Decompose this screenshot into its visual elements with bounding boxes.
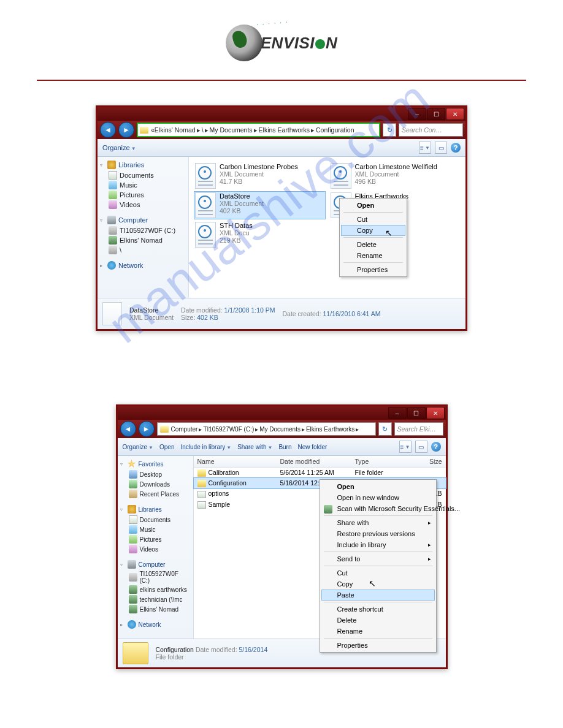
sidebar-item-netshare[interactable]: elkins earthworks (120, 585, 191, 594)
organize-button[interactable]: Organize▼ (123, 444, 154, 450)
breadcrumb[interactable]: « Elkins' Nomad▸ \▸ My Documents▸ Elkins… (137, 123, 380, 137)
burn-button[interactable]: Burn (278, 444, 291, 450)
col-type[interactable]: Type (351, 456, 408, 467)
sidebar-item-music[interactable]: Music (120, 525, 191, 534)
menu-open[interactable]: Open (341, 200, 405, 211)
device-icon (109, 236, 117, 245)
sidebar-libraries[interactable]: ▿Libraries (100, 161, 186, 169)
menu-properties[interactable]: Properties (321, 640, 435, 651)
music-icon (129, 525, 137, 534)
file-tile[interactable]: STH DatasXML Docu219 KB (194, 221, 326, 249)
menu-copy[interactable]: Copy (321, 578, 435, 590)
maximize-button[interactable]: ☐ (407, 407, 426, 419)
sidebar-item-device[interactable]: Elkins' Nomad (120, 604, 191, 614)
menu-shortcut[interactable]: Create shortcut (321, 604, 435, 615)
back-button[interactable]: ◄ (120, 421, 136, 437)
forward-button[interactable]: ► (118, 122, 134, 138)
help-button[interactable]: ? (431, 442, 441, 452)
file-list[interactable]: Name Date modified Type Size Calibration… (194, 456, 446, 639)
sidebar-favorites[interactable]: ▿Favorites (120, 460, 191, 468)
back-button[interactable]: ◄ (100, 122, 116, 138)
sidebar-item-documents[interactable]: Documents (120, 515, 191, 525)
sidebar-item-drive[interactable]: TI105927W0F (C:) (100, 226, 186, 235)
network-drive-icon (129, 585, 137, 594)
menu-rename[interactable]: Rename (321, 626, 435, 637)
menu-cut[interactable]: Cut (321, 567, 435, 578)
minimize-button[interactable]: – (388, 407, 407, 419)
sidebar-item-drive[interactable]: TI105927W0F (C:) (120, 570, 191, 585)
newfolder-button[interactable]: New folder (298, 444, 327, 450)
sidebar-network[interactable]: ▸Network (100, 261, 186, 270)
sidebar-item-videos[interactable]: Videos (100, 200, 186, 210)
sidebar-item-videos[interactable]: Videos (120, 544, 191, 554)
list-item[interactable]: Calibration 5/6/2014 11:25 AM File folde… (194, 468, 446, 478)
menu-cut[interactable]: Cut (341, 214, 405, 225)
column-headers[interactable]: Name Date modified Type Size (194, 456, 446, 468)
sidebar-libraries[interactable]: ▿Libraries (120, 505, 191, 514)
refresh-button[interactable]: ↻ (378, 422, 392, 436)
sidebar-network[interactable]: ▸Network (120, 620, 191, 629)
sidebar-item-device[interactable]: Elkins' Nomad (100, 235, 186, 245)
forward-button[interactable]: ► (139, 421, 155, 437)
sidebar-item-music[interactable]: Music (100, 180, 186, 190)
sidebar-item-recent[interactable]: Recent Places (120, 489, 191, 499)
breadcrumb[interactable]: Computer▸ TI105927W0F (C:)▸ My Documents… (157, 422, 376, 436)
file-tile-selected[interactable]: DataStoreXML Document402 KB (194, 191, 326, 219)
xml-file-icon (102, 302, 122, 325)
sidebar-item-pictures[interactable]: Pictures (120, 534, 191, 544)
titlebar[interactable]: – ☐ ✕ (118, 406, 446, 420)
refresh-button[interactable]: ↻ (383, 123, 396, 137)
col-date[interactable]: Date modified (277, 456, 351, 467)
menu-open[interactable]: Open (321, 481, 435, 492)
menu-separator (324, 552, 432, 552)
sidebar-item-root[interactable]: \ (100, 245, 186, 255)
organize-button[interactable]: Organize▼ (102, 144, 136, 151)
preview-pane-button[interactable]: ▭ (435, 142, 447, 154)
titlebar[interactable]: – ☐ ✕ (98, 107, 465, 121)
include-button[interactable]: Include in library▼ (180, 444, 231, 450)
menu-separator (324, 602, 432, 602)
logo: · · · · · · ENVISIN (37, 25, 526, 61)
sidebar-item-desktop[interactable]: Desktop (120, 469, 191, 479)
sidebar-item-documents[interactable]: Documents (100, 170, 186, 180)
documents-icon (109, 171, 117, 180)
explorer-window-1: – ☐ ✕ ◄ ► « Elkins' Nomad▸ \▸ My Documen… (96, 105, 467, 331)
menu-delete[interactable]: Delete (341, 239, 405, 250)
view-button[interactable]: ≡▼ (419, 142, 431, 154)
open-button[interactable]: Open (159, 444, 174, 450)
search-input[interactable]: Search Elki… (394, 422, 443, 436)
view-button[interactable]: ≡▼ (399, 441, 412, 453)
navigation-pane: ▿Libraries Documents Music Pictures Vide… (98, 157, 189, 298)
file-tile[interactable]: Carbon Limestone WellfieldXML Document49… (329, 162, 461, 190)
menu-delete[interactable]: Delete (321, 615, 435, 626)
minimize-button[interactable]: – (408, 108, 426, 120)
menu-sendto[interactable]: Send to▸ (321, 553, 435, 564)
close-button[interactable]: ✕ (426, 407, 445, 419)
menu-rename[interactable]: Rename (341, 250, 405, 261)
menu-restore[interactable]: Restore previous versions (321, 528, 435, 539)
menu-include[interactable]: Include in library▸ (321, 539, 435, 550)
menu-share[interactable]: Share with▸ (321, 517, 435, 528)
file-list[interactable]: Carbon Limestone ProbesXML Document41.7 … (189, 157, 465, 298)
sidebar-computer[interactable]: ▿Computer (100, 216, 186, 224)
col-name[interactable]: Name (194, 456, 277, 467)
menu-properties[interactable]: Properties (341, 264, 405, 275)
col-size[interactable]: Size (408, 456, 446, 467)
sidebar-computer[interactable]: ▿Computer (120, 560, 191, 569)
help-button[interactable]: ? (451, 143, 461, 153)
close-button[interactable]: ✕ (446, 108, 464, 120)
file-tile[interactable]: Carbon Limestone ProbesXML Document41.7 … (194, 162, 326, 190)
menu-paste[interactable]: Paste (321, 590, 435, 601)
maximize-button[interactable]: ☐ (427, 108, 445, 120)
share-button[interactable]: Share with▼ (237, 444, 272, 450)
desktop-icon (129, 470, 137, 479)
sidebar-item-downloads[interactable]: Downloads (120, 479, 191, 489)
menu-open-new[interactable]: Open in new window (321, 492, 435, 503)
menu-copy[interactable]: Copy (341, 225, 405, 236)
preview-pane-button[interactable]: ▭ (415, 441, 427, 453)
sidebar-item-netshare[interactable]: technician (\\mc (120, 594, 191, 604)
menu-scan[interactable]: Scan with Microsoft Security Essentials.… (321, 503, 435, 514)
recent-icon (129, 490, 137, 498)
sidebar-item-pictures[interactable]: Pictures (100, 190, 186, 200)
search-input[interactable]: Search Con… (399, 123, 463, 137)
